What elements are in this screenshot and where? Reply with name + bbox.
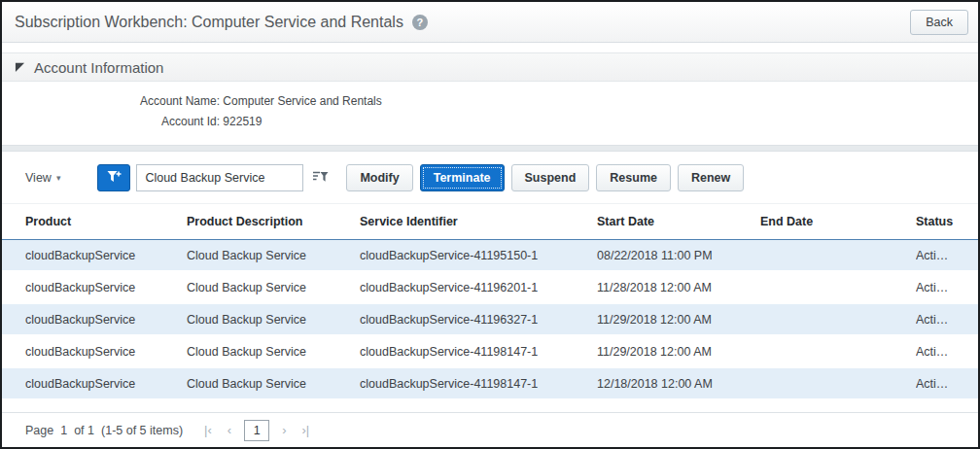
cell-start-date: 08/22/2018 11:00 PM [597, 249, 760, 262]
last-page-icon[interactable]: ›| [294, 423, 317, 437]
cell-status: Active [916, 345, 949, 359]
column-header-product[interactable]: Product [25, 215, 187, 228]
cell-product-description: Cloud Backup Service [187, 345, 360, 359]
next-page-icon[interactable]: › [274, 423, 294, 437]
view-menu-button[interactable]: View ▾ [25, 171, 60, 185]
first-page-icon[interactable]: |‹ [196, 423, 220, 437]
help-icon[interactable]: ? [412, 15, 428, 30]
table-body: cloudBackupService Cloud Backup Service … [2, 240, 978, 400]
table-header: Product Product Description Service Iden… [2, 203, 978, 240]
account-information-section: Account Information Account Name: Comput… [2, 52, 978, 145]
view-menu-label: View [25, 171, 52, 185]
subscription-workbench-window: Subscription Workbench: Computer Service… [0, 0, 980, 449]
titlebar: Subscription Workbench: Computer Service… [2, 2, 978, 43]
cell-start-date: 11/29/2018 12:00 AM [597, 313, 760, 327]
table-row[interactable]: cloudBackupService Cloud Backup Service … [2, 304, 978, 336]
cell-service-identifier: cloudBackupService-41196327-1 [360, 313, 597, 327]
cell-service-identifier: cloudBackupService-41195150-1 [360, 249, 597, 262]
modify-button[interactable]: Modify [346, 164, 412, 191]
account-id-text: Account Id: 922519 [161, 115, 978, 128]
account-details: Account Name: Computer Service and Renta… [2, 82, 978, 145]
cell-product: cloudBackupService [25, 345, 187, 359]
cell-product: cloudBackupService [25, 377, 187, 391]
column-header-end-date[interactable]: End Date [760, 215, 916, 228]
collapse-triangle-icon [15, 58, 25, 76]
cell-status: Active [916, 281, 949, 294]
column-header-product-description[interactable]: Product Description [187, 215, 360, 228]
cell-status: Active [916, 313, 949, 327]
action-button-group: Modify Terminate Suspend Resume Renew [346, 164, 744, 191]
terminate-button[interactable]: Terminate [420, 164, 505, 191]
table-row[interactable]: cloudBackupService Cloud Backup Service … [2, 336, 978, 368]
table-row[interactable]: cloudBackupService Cloud Backup Service … [2, 272, 978, 304]
page-of-label: of 1 [74, 424, 94, 437]
page-input[interactable]: 1 [244, 420, 269, 441]
account-section-header[interactable]: Account Information [2, 52, 978, 82]
suspend-button[interactable]: Suspend [511, 164, 590, 191]
page-title: Subscription Workbench: Computer Service… [15, 14, 403, 31]
previous-page-icon[interactable]: ‹ [220, 423, 239, 437]
cell-status: Active [916, 249, 949, 262]
resume-button[interactable]: Resume [596, 164, 671, 191]
section-divider [2, 145, 978, 152]
table-row[interactable]: cloudBackupService Cloud Backup Service … [2, 368, 978, 400]
cell-start-date: 12/18/2018 12:00 AM [597, 377, 760, 391]
cell-product-description: Cloud Backup Service [187, 313, 360, 327]
account-name-text: Account Name: Computer Service and Renta… [140, 94, 978, 108]
table-row[interactable]: cloudBackupService Cloud Backup Service … [2, 240, 978, 272]
cell-product-description: Cloud Backup Service [187, 281, 360, 294]
add-filter-button[interactable] [97, 164, 130, 191]
chevron-down-icon: ▾ [56, 173, 61, 183]
cell-product-description: Cloud Backup Service [187, 249, 360, 262]
column-header-service-identifier[interactable]: Service Identifier [360, 215, 597, 228]
column-header-status[interactable]: Status [916, 215, 953, 228]
cell-product: cloudBackupService [25, 281, 187, 294]
cell-start-date: 11/29/2018 12:00 AM [597, 345, 760, 359]
cell-service-identifier: cloudBackupService-41198147-1 [360, 377, 597, 391]
query-filter-button[interactable] [305, 164, 334, 191]
cell-product: cloudBackupService [25, 249, 187, 262]
account-section-title: Account Information [34, 59, 163, 76]
funnel-lines-icon [312, 170, 329, 187]
cell-start-date: 11/28/2018 12:00 AM [597, 281, 760, 294]
items-summary: (1-5 of 5 items) [101, 424, 183, 437]
page-number-text: 1 [60, 424, 67, 437]
cell-product-description: Cloud Backup Service [187, 377, 360, 391]
cell-product: cloudBackupService [25, 313, 187, 327]
pagination-bar: Page 1 of 1 (1-5 of 5 items) |‹ ‹ 1 › ›| [2, 412, 978, 447]
cell-service-identifier: cloudBackupService-41198147-1 [360, 345, 597, 359]
back-button[interactable]: Back [910, 10, 968, 35]
cell-service-identifier: cloudBackupService-41196201-1 [360, 281, 597, 294]
column-header-start-date[interactable]: Start Date [597, 215, 760, 228]
cell-status: Active [916, 377, 949, 391]
funnel-plus-icon [107, 170, 122, 187]
page-label: Page [25, 424, 53, 437]
filter-input[interactable] [136, 164, 303, 191]
table-toolbar: View ▾ Modify Terminate Suspend [2, 152, 978, 203]
renew-button[interactable]: Renew [678, 164, 744, 191]
